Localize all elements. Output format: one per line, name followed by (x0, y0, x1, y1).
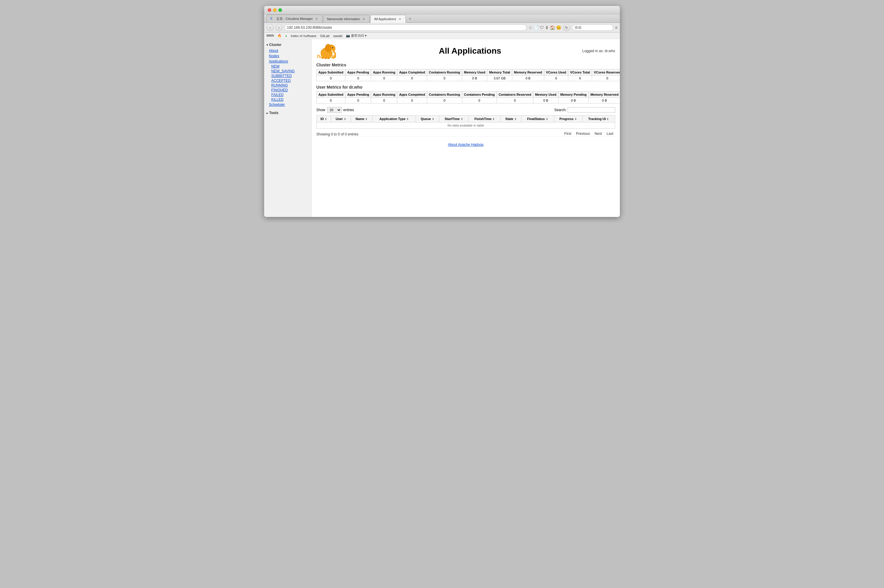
sidebar-tools-label: Tools (269, 111, 278, 115)
table-footer: Showing 0 to 0 of 0 entries First Previo… (316, 131, 615, 136)
sort-icon: ⇕ (432, 118, 434, 121)
pagination-previous[interactable]: Previous (574, 131, 592, 136)
maximize-button[interactable] (278, 8, 282, 12)
col-memory-total: Memory Total (487, 69, 512, 76)
sidebar-item-about[interactable]: About (264, 48, 311, 53)
menu-icon[interactable]: ≡ (615, 25, 617, 30)
traffic-lights (268, 8, 282, 12)
sidebar-item-killed[interactable]: KILLED (267, 97, 311, 102)
table-no-data-row: No data available in table (317, 122, 615, 129)
show-entries-left: Show 10 20 25 50 100 entries (316, 107, 354, 113)
sidebar: ▾ Cluster About Nodes Applications NEW N… (264, 39, 312, 217)
sort-icon: ⇕ (407, 118, 409, 121)
sidebar-item-failed[interactable]: FAILED (267, 93, 311, 97)
table-search-input[interactable] (568, 107, 615, 112)
val-containers-running: 0 (427, 76, 462, 81)
sidebar-item-applications[interactable]: Applications (264, 58, 311, 64)
cluster-metrics-values-row: 0 0 0 0 0 0 B 3.67 GB 0 B 0 6 0 3 (317, 76, 620, 81)
col-finishtime[interactable]: FinishTime ⇕ (468, 116, 500, 122)
uval-containers-reserved: 0 (497, 98, 533, 104)
col-user[interactable]: User ⇕ (331, 116, 351, 122)
col-state[interactable]: State ⇕ (501, 116, 521, 122)
tab-close-icon[interactable]: ✕ (362, 17, 366, 21)
val-memory-reserved: 0 B (512, 76, 544, 81)
tab-all-applications[interactable]: All Applications ✕ (370, 15, 406, 23)
close-button[interactable] (268, 8, 271, 12)
address-input[interactable] (284, 24, 527, 31)
uval-containers-running: 0 (427, 98, 462, 104)
ucol-containers-pending: Containers Pending (462, 92, 497, 98)
sidebar-item-submitted[interactable]: SUBMITTED (267, 74, 311, 78)
pagination-next[interactable]: Next (593, 131, 604, 136)
col-tracking-ui[interactable]: Tracking UI ⇕ (582, 116, 615, 122)
entries-select[interactable]: 10 20 25 50 100 (327, 107, 342, 113)
cluster-metrics-title: Cluster Metrics (316, 63, 615, 67)
col-queue[interactable]: Queue ⇕ (416, 116, 439, 122)
tab-close-icon[interactable]: ✕ (315, 17, 319, 21)
reader-icon[interactable]: 📄 (534, 25, 539, 30)
sidebar-cluster-section: ▾ Cluster About Nodes Applications NEW N… (264, 42, 311, 107)
cluster-metrics-table: Apps Submitted Apps Pending Apps Running… (316, 69, 620, 81)
tab-label: All Applications (374, 17, 396, 21)
col-starttime[interactable]: StartTime ⇕ (439, 116, 468, 122)
col-apps-pending: Apps Pending (345, 69, 371, 76)
bookmark-fire[interactable]: 🔥 (278, 34, 282, 38)
search-input[interactable] (572, 24, 613, 31)
uval-containers-pending: 0 (462, 98, 497, 104)
sidebar-item-running[interactable]: RUNNING (267, 83, 311, 88)
bookmark-mwn[interactable]: MWN (267, 34, 274, 38)
sidebar-item-finished[interactable]: FINISHED (267, 88, 311, 93)
pagination-first[interactable]: First (563, 131, 573, 136)
sidebar-cluster-toggle[interactable]: ▾ Cluster (264, 42, 311, 48)
about-hadoop-link[interactable]: About Apache Hadoop (448, 142, 483, 147)
entries-label: entries (343, 108, 354, 112)
back-button[interactable]: ‹ (267, 24, 274, 31)
bookmark-frequent[interactable]: 📷 最常访问 ▾ (346, 33, 367, 38)
tab-label: Namenode information (327, 17, 360, 21)
bookmark-sasaki[interactable]: sasaki (333, 34, 342, 38)
refresh-button[interactable]: ↻ (563, 24, 570, 31)
tab-namenode[interactable]: Namenode information ✕ (323, 15, 370, 22)
col-vcores-reserved: VCores Reserved (592, 69, 620, 76)
show-label: Show (316, 108, 325, 112)
shield-icon[interactable]: 🛡 (540, 25, 544, 30)
col-finalstatus[interactable]: FinalStatus ⇕ (521, 116, 554, 122)
minimize-button[interactable] (273, 8, 276, 12)
hadoop-logo-svg: hadoop (316, 43, 358, 59)
sidebar-item-nodes[interactable]: Nodes (264, 53, 311, 58)
emoji-icon[interactable]: 😊 (556, 25, 561, 30)
col-id[interactable]: ID ⇕ (317, 116, 331, 122)
tab-cloudera-manager[interactable]: C 主页 - Cloudera Manager ✕ (267, 15, 323, 22)
val-vcores-reserved: 0 (592, 76, 620, 81)
sidebar-item-scheduler[interactable]: Scheduler (264, 102, 311, 107)
col-application-type[interactable]: Application Type ⇕ (372, 116, 416, 122)
col-progress[interactable]: Progress ⇕ (554, 116, 582, 122)
col-name[interactable]: Name ⇕ (351, 116, 372, 122)
pagination-last[interactable]: Last (605, 131, 615, 136)
download-icon[interactable]: ⬇ (545, 25, 549, 30)
home-icon[interactable]: 🏠 (550, 25, 555, 30)
sidebar-item-new[interactable]: NEW (267, 64, 311, 69)
titlebar (264, 6, 620, 15)
ucol-memory-pending: Memory Pending (558, 92, 589, 98)
user-metrics-section: User Metrics for dr.who Apps Submitted A… (316, 85, 615, 104)
sidebar-item-new-saving[interactable]: NEW_SAVING (267, 69, 311, 74)
bookmark-circle[interactable]: ● (285, 34, 287, 38)
val-apps-pending: 0 (345, 76, 371, 81)
forward-button[interactable]: › (275, 24, 282, 31)
search-box: Search: (554, 107, 615, 112)
uval-memory-used: 0 B (533, 98, 558, 104)
new-tab-button[interactable]: + (407, 15, 414, 22)
bookmark-gitlab[interactable]: GitLab (320, 34, 329, 38)
ucol-containers-running: Containers Running (427, 92, 462, 98)
val-vcores-used: 0 (544, 76, 568, 81)
sidebar-tools-toggle[interactable]: ▸ Tools (264, 110, 311, 116)
bookmark-index[interactable]: Index of /software (291, 34, 317, 38)
tab-close-icon[interactable]: ✕ (398, 17, 402, 21)
login-info: Logged in as: dr.who (582, 49, 615, 53)
col-apps-completed: Apps Completed (397, 69, 427, 76)
sidebar-tools-section: ▸ Tools (264, 110, 311, 116)
sidebar-item-accepted[interactable]: ACCEPTED (267, 78, 311, 83)
bookmark-icon[interactable]: ☆ (528, 25, 533, 30)
page-header: hadoop All Applications Logged in as: dr… (316, 43, 615, 59)
